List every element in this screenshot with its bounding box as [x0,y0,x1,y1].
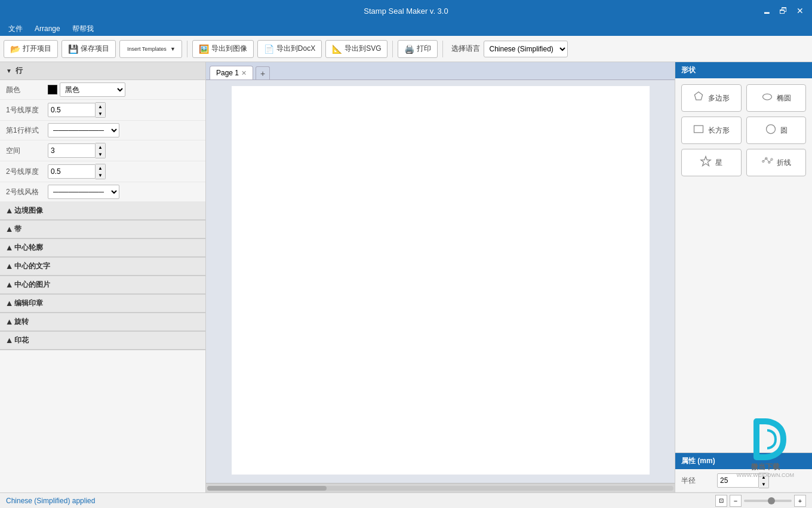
zoom-in-button[interactable]: + [794,495,806,507]
center-text-arrow: ▶ [5,264,12,269]
line2-thickness-input[interactable] [48,164,96,179]
shape-star-button[interactable]: 星 [681,149,742,176]
center-image-label: 中心的图片 [14,280,50,290]
shape-rectangle-button[interactable]: 长方形 [681,117,742,144]
center-outline-section: ▶ 中心轮廓 [0,239,205,258]
zoom-slider[interactable] [744,500,792,502]
band-section: ▶ 带 [0,221,205,239]
center-outline-header[interactable]: ▶ 中心轮廓 [0,239,205,257]
print-flower-header[interactable]: ▶ 印花 [0,332,205,350]
tab-page1[interactable]: Page 1 ✕ [210,66,253,79]
export-docx-icon: 📄 [264,44,274,54]
menu-arrange[interactable]: Arrange [29,23,66,34]
shape-polygon-button[interactable]: 多边形 [681,84,742,112]
export-svg-button[interactable]: 📐 导出到SVG [325,40,387,58]
line1-thickness-input[interactable] [48,103,96,117]
canvas-scroll[interactable]: 微当下载 WWW.WEIDOWN.COM [206,80,675,483]
svg-rect-2 [694,126,703,133]
app-title: Stamp Seal Maker v. 3.0 [53,7,759,16]
line2-thickness-up[interactable]: ▲ [96,164,105,172]
space-spinbtns: ▲ ▼ [96,143,106,158]
zoom-out-button[interactable]: − [730,495,742,507]
print-icon: 🖨️ [404,44,414,54]
add-tab-button[interactable]: + [256,66,270,79]
shape-grid: 多边形 椭圆 长方形 圆 [675,78,812,182]
toolbar: 📂 打开项目 💾 保存项目 Insert Templates ▼ 🖼️ 导出到图… [0,36,812,62]
menu-help[interactable]: 帮帮我 [66,23,100,35]
line2-thickness-spinbtns: ▲ ▼ [96,164,106,179]
line1-thickness-up[interactable]: ▲ [96,103,105,110]
line1-style-row: 第1行样式 ────────── - - - - - - ·········· [0,121,205,140]
line1-style-label: 第1行样式 [6,126,48,136]
attr-title: 属性 (mm) [675,453,812,469]
band-header[interactable]: ▶ 带 [0,221,205,238]
shape-ellipse-button[interactable]: 椭圆 [746,84,807,112]
line2-thickness-down[interactable]: ▼ [96,172,105,179]
canvas-content [232,86,650,475]
right-panel-spacer [675,182,812,452]
radius-down[interactable]: ▼ [759,481,768,488]
space-down[interactable]: ▼ [96,151,105,158]
radius-input[interactable] [717,473,759,488]
zoom-fit-button[interactable]: ⊡ [715,495,727,507]
close-button[interactable]: ✕ [793,4,807,18]
line2-thickness-row: 2号线厚度 ▲ ▼ [0,161,205,182]
line2-style-select[interactable]: ────────── - - - - - - ·········· [48,185,119,199]
edit-seal-header[interactable]: ▶ 编辑印章 [0,295,205,313]
zoom-thumb[interactable] [768,497,775,504]
tab-page1-close[interactable]: ✕ [241,69,247,77]
line1-style-control: ────────── - - - - - - ·········· [48,123,199,137]
row-section-arrow: ▼ [6,68,12,74]
shape-circle-label: 圆 [780,126,788,136]
save-icon: 💾 [68,44,78,54]
row-section-title: 行 [16,66,23,76]
border-image-section: ▶ 边境图像 [0,202,205,221]
rotate-header[interactable]: ▶ 旋转 [0,313,205,331]
save-project-button[interactable]: 💾 保存项目 [61,40,116,58]
export-image-icon: 🖼️ [199,44,209,54]
row-section-header[interactable]: ▼ 行 [0,62,205,80]
hscroll-thumb[interactable] [207,486,327,491]
attr-section: 属性 (mm) 半径 ▲ ▼ [675,452,812,492]
shape-circle-button[interactable]: 圆 [746,117,807,144]
line2-style-row: 2号线风格 ────────── - - - - - - ·········· [0,182,205,202]
line1-style-select[interactable]: ────────── - - - - - - ·········· [48,123,119,137]
space-up[interactable]: ▲ [96,143,105,151]
print-button[interactable]: 🖨️ 打印 [398,40,438,58]
color-select[interactable]: 黑色 红色 蓝色 [60,82,125,97]
band-arrow: ▶ [5,227,12,232]
border-image-header[interactable]: ▶ 边境图像 [0,202,205,220]
shape-polygon-label: 多边形 [708,93,730,103]
color-label: 颜色 [6,85,48,95]
space-input[interactable] [48,143,96,158]
space-control: ▲ ▼ [48,143,199,158]
border-image-arrow: ▶ [5,209,12,213]
maximize-button[interactable]: 🗗 [776,4,791,18]
line1-thickness-down[interactable]: ▼ [96,110,105,117]
main-area: ▼ 行 颜色 黑色 红色 蓝色 1号线厚度 ▲ ▼ [0,62,812,492]
rotate-arrow: ▶ [5,320,12,325]
status-right: ⊡ − + [715,495,806,507]
shape-polyline-button[interactable]: 折线 [746,149,807,176]
hscroll-track [207,486,673,491]
line1-thickness-row: 1号线厚度 ▲ ▼ [0,100,205,121]
language-select[interactable]: Chinese (Simplified) English Chinese (Tr… [484,41,568,57]
menubar: 文件 Arrange 帮帮我 [0,22,812,36]
radius-up[interactable]: ▲ [759,473,768,481]
canvas-hscroll[interactable] [206,483,675,492]
toolbar-separator-1 [187,41,187,57]
minimize-button[interactable]: 🗕 [759,4,774,18]
line2-style-control: ────────── - - - - - - ·········· [48,185,199,199]
insert-templates-button[interactable]: Insert Templates ▼ [119,40,182,58]
open-project-button[interactable]: 📂 打开项目 [4,40,58,58]
line1-thickness-control: ▲ ▼ [48,102,199,118]
shapes-title: 形状 [675,62,812,78]
center-image-header[interactable]: ▶ 中心的图片 [0,276,205,294]
export-docx-button[interactable]: 📄 导出到DocX [257,40,322,58]
center-text-section: ▶ 中心的文字 [0,258,205,276]
menu-file[interactable]: 文件 [2,23,29,35]
polygon-icon [693,91,705,105]
export-image-button[interactable]: 🖼️ 导出到图像 [192,40,254,58]
toolbar-separator-3 [442,41,443,57]
center-text-header[interactable]: ▶ 中心的文字 [0,258,205,276]
